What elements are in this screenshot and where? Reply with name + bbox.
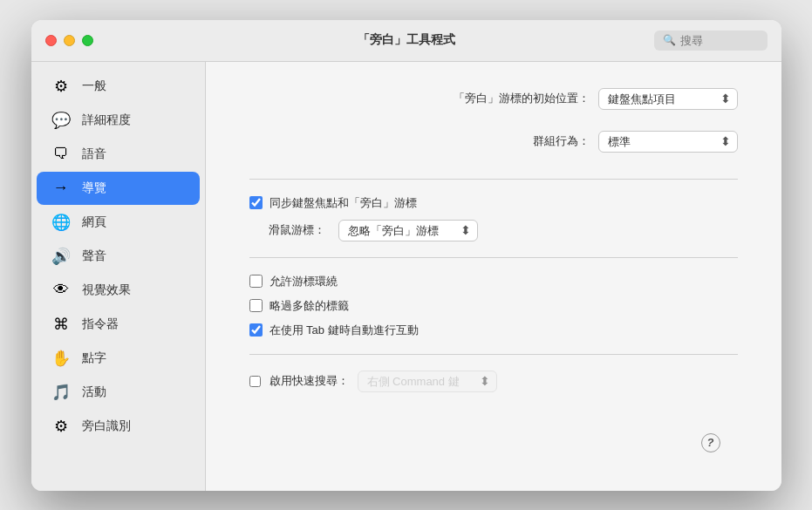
help-button[interactable]: ? — [701, 433, 720, 452]
sidebar-label-speech: 語音 — [82, 146, 106, 162]
sidebar-item-sound[interactable]: 🔊聲音 — [37, 240, 200, 273]
quicksearch-select[interactable]: 右側 Command 鍵左側 Command 鍵 — [358, 371, 497, 392]
sidebar-label-general: 一般 — [82, 78, 106, 94]
allow-loop-checkbox[interactable] — [249, 275, 263, 288]
tab-interact-row: 在使用 Tab 鍵時自動進行互動 — [249, 323, 738, 338]
content-inner: 「旁白」游標的初始位置： 鍵盤焦點項目游標位置上次位置 ⬍ 群組行為： 標準自動… — [249, 88, 738, 465]
cursor-start-label: 「旁白」游標的初始位置： — [454, 91, 590, 106]
main-window: 「旁白」工具程式 🔍 ⚙一般💬詳細程度🗨語音→導覽🌐網頁🔊聲音👁視覺效果⌘指令器… — [31, 20, 781, 491]
sidebar-label-braille: 點字 — [82, 350, 106, 366]
visual-icon: 👁 — [51, 280, 72, 301]
divider-3 — [249, 354, 738, 355]
braille-icon: ✋ — [51, 348, 72, 369]
skip-redundant-checkbox[interactable] — [249, 299, 263, 312]
allow-loop-label: 允許游標環繞 — [270, 274, 338, 289]
sound-icon: 🔊 — [51, 246, 72, 267]
group-behavior-select[interactable]: 標準自動手動 — [598, 131, 738, 153]
close-button[interactable] — [45, 35, 57, 46]
skip-redundant-label: 略過多餘的標籤 — [270, 298, 349, 314]
tab-interact-checkbox[interactable] — [249, 323, 263, 337]
sidebar-item-visual[interactable]: 👁視覺效果 — [37, 274, 200, 307]
divider-2 — [249, 257, 738, 258]
sidebar-label-navigation: 導覽 — [82, 180, 106, 196]
sidebar-item-web[interactable]: 🌐網頁 — [37, 206, 200, 239]
quicksearch-checkbox[interactable] — [249, 376, 261, 387]
search-box[interactable]: 🔍 — [654, 31, 768, 51]
sidebar: ⚙一般💬詳細程度🗨語音→導覽🌐網頁🔊聲音👁視覺效果⌘指令器✋點字🎵活動⚙旁白識別 — [31, 62, 206, 491]
tab-interact-label: 在使用 Tab 鍵時自動進行互動 — [270, 323, 419, 338]
content-area: 「旁白」游標的初始位置： 鍵盤焦點項目游標位置上次位置 ⬍ 群組行為： 標準自動… — [206, 62, 781, 491]
traffic-lights — [45, 35, 93, 46]
mouse-row: 滑鼠游標： 忽略「旁白」游標跟隨「旁白」游標不移動 ⬍ — [269, 220, 738, 241]
web-icon: 🌐 — [51, 212, 72, 233]
search-icon: 🔍 — [663, 34, 676, 46]
window-title: 「旁白」工具程式 — [358, 32, 455, 48]
sidebar-item-verbosity[interactable]: 💬詳細程度 — [37, 104, 200, 137]
sidebar-item-general[interactable]: ⚙一般 — [37, 70, 200, 103]
sidebar-item-navigation[interactable]: →導覽 — [37, 172, 200, 205]
navigation-icon: → — [51, 178, 72, 199]
divider-1 — [249, 179, 738, 180]
speech-icon: 🗨 — [51, 144, 72, 165]
sidebar-item-activities[interactable]: 🎵活動 — [37, 376, 200, 409]
sidebar-label-sound: 聲音 — [82, 248, 106, 264]
quicksearch-row: 啟用快速搜尋： 右側 Command 鍵左側 Command 鍵 ⬍ — [249, 371, 738, 392]
mouse-select-wrapper: 忽略「旁白」游標跟隨「旁白」游標不移動 ⬍ — [338, 220, 478, 241]
search-input[interactable] — [680, 34, 759, 47]
sidebar-label-verbosity: 詳細程度 — [82, 112, 131, 128]
group-behavior-row: 群組行為： 標準自動手動 ⬍ — [249, 131, 738, 153]
quicksearch-label: 啟用快速搜尋： — [270, 373, 349, 389]
sidebar-item-speech[interactable]: 🗨語音 — [37, 138, 200, 171]
top-form-section: 「旁白」游標的初始位置： 鍵盤焦點項目游標位置上次位置 ⬍ 群組行為： 標準自動… — [249, 88, 738, 163]
general-icon: ⚙ — [51, 76, 72, 97]
titlebar: 「旁白」工具程式 🔍 — [31, 20, 781, 62]
commander-icon: ⌘ — [51, 314, 72, 335]
sidebar-label-visual: 視覺效果 — [82, 282, 131, 298]
maximize-button[interactable] — [82, 35, 93, 46]
cursor-start-select[interactable]: 鍵盤焦點項目游標位置上次位置 — [598, 88, 738, 110]
sidebar-label-recognition: 旁白識別 — [82, 418, 131, 434]
sidebar-item-recognition[interactable]: ⚙旁白識別 — [37, 410, 200, 443]
recognition-icon: ⚙ — [51, 416, 72, 437]
sync-label: 同步鍵盤焦點和「旁白」游標 — [270, 195, 417, 211]
main-content: ⚙一般💬詳細程度🗨語音→導覽🌐網頁🔊聲音👁視覺效果⌘指令器✋點字🎵活動⚙旁白識別… — [31, 62, 781, 491]
verbosity-icon: 💬 — [51, 110, 72, 131]
minimize-button[interactable] — [64, 35, 75, 46]
cursor-start-row: 「旁白」游標的初始位置： 鍵盤焦點項目游標位置上次位置 ⬍ — [249, 88, 738, 110]
sidebar-label-commander: 指令器 — [82, 316, 119, 332]
sidebar-label-activities: 活動 — [82, 384, 106, 400]
group-behavior-select-wrapper: 標準自動手動 ⬍ — [598, 131, 738, 153]
quicksearch-select-wrapper: 右側 Command 鍵左側 Command 鍵 ⬍ — [358, 371, 497, 392]
sidebar-item-commander[interactable]: ⌘指令器 — [37, 308, 200, 341]
group-behavior-label: 群組行為： — [533, 133, 590, 149]
sync-checkbox[interactable] — [249, 196, 263, 209]
sidebar-item-braille[interactable]: ✋點字 — [37, 342, 200, 375]
mouse-select[interactable]: 忽略「旁白」游標跟隨「旁白」游標不移動 — [338, 220, 478, 241]
mouse-label: 滑鼠游標： — [269, 222, 330, 238]
activities-icon: 🎵 — [51, 382, 72, 403]
allow-loop-row: 允許游標環繞 — [249, 274, 738, 289]
cursor-start-select-wrapper: 鍵盤焦點項目游標位置上次位置 ⬍ — [598, 88, 738, 110]
skip-redundant-row: 略過多餘的標籤 — [249, 298, 738, 314]
sidebar-label-web: 網頁 — [82, 214, 106, 230]
sync-checkbox-row: 同步鍵盤焦點和「旁白」游標 — [249, 195, 738, 211]
